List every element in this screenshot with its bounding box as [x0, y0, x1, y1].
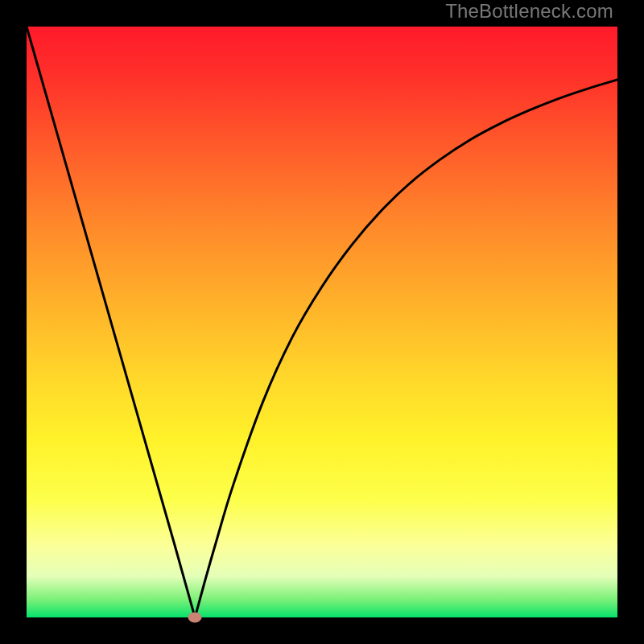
watermark-text: TheBottleneck.com	[445, 0, 613, 23]
optimal-point-marker	[188, 613, 202, 623]
plot-area	[27, 27, 617, 617]
bottleneck-curve	[27, 27, 617, 617]
chart-frame: TheBottleneck.com	[0, 0, 644, 644]
